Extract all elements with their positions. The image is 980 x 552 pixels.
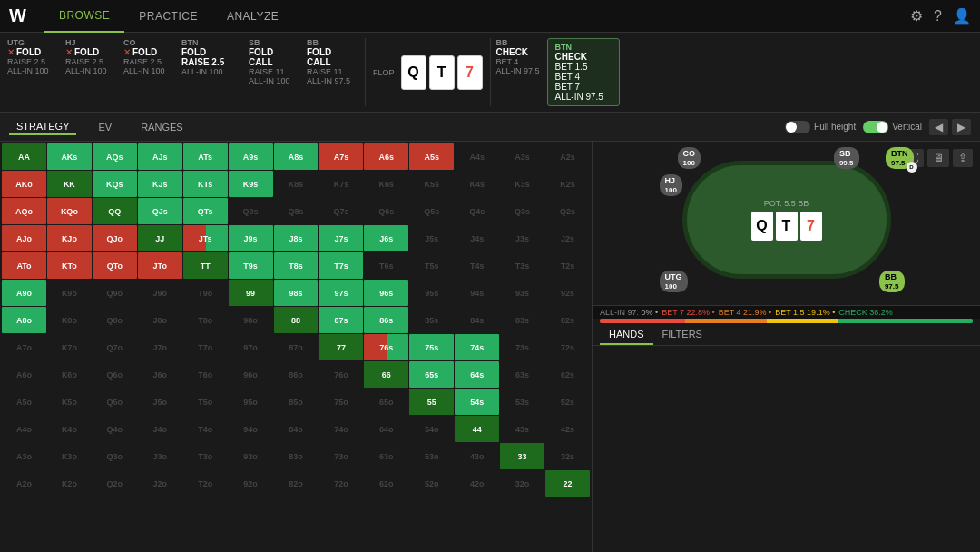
hand-cell[interactable]: AQs xyxy=(93,143,137,170)
hand-cell[interactable]: JTs xyxy=(183,225,228,251)
hand-cell[interactable]: K5o xyxy=(47,389,92,415)
hand-cell[interactable]: T5s xyxy=(409,252,454,279)
hand-cell[interactable]: 86s xyxy=(364,307,408,333)
hand-cell[interactable]: A7s xyxy=(318,143,363,170)
hand-cell[interactable]: Q3s xyxy=(500,198,544,224)
hand-cell[interactable]: 97o xyxy=(229,334,273,360)
hand-cell[interactable]: 84o xyxy=(274,416,318,442)
hand-cell[interactable]: 92o xyxy=(229,470,273,497)
hand-cell[interactable]: Q6o xyxy=(93,361,137,388)
hand-cell[interactable]: AJs xyxy=(138,143,182,170)
hand-cell[interactable]: 92s xyxy=(545,280,590,306)
hand-cell[interactable]: 76o xyxy=(318,361,363,388)
hand-cell[interactable]: JJ xyxy=(138,225,182,251)
hand-cell[interactable]: A8s xyxy=(274,143,318,170)
hand-cell[interactable]: QJo xyxy=(93,225,137,251)
hand-cell[interactable]: Q3o xyxy=(93,443,137,469)
hand-cell[interactable]: T7o xyxy=(183,334,228,360)
hand-cell[interactable]: Q4s xyxy=(455,198,499,224)
hand-cell[interactable]: J6o xyxy=(138,361,182,388)
hand-cell[interactable]: 87o xyxy=(274,334,318,360)
hand-cell[interactable]: K5s xyxy=(409,171,454,197)
hand-cell[interactable]: 93s xyxy=(500,280,544,306)
hand-cell[interactable]: 64s xyxy=(455,361,499,388)
hand-cell[interactable]: 82o xyxy=(274,470,318,497)
hand-cell[interactable]: J7o xyxy=(138,334,182,360)
hand-cell[interactable]: J3s xyxy=(500,225,544,251)
hand-cell[interactable]: 63o xyxy=(364,443,408,469)
help-icon[interactable]: ? xyxy=(934,8,942,25)
vertical-switch[interactable] xyxy=(863,121,888,133)
hand-cell[interactable]: 94s xyxy=(455,280,499,306)
hand-cell[interactable]: 43o xyxy=(455,443,499,469)
hand-cell[interactable]: 42o xyxy=(455,470,499,497)
hand-cell[interactable]: K9s xyxy=(229,171,273,197)
hand-cell[interactable]: Q2o xyxy=(93,470,137,497)
next-arrow[interactable]: ▶ xyxy=(952,119,971,135)
hand-cell[interactable]: 87s xyxy=(318,307,363,333)
hand-cell[interactable]: K7s xyxy=(318,171,363,197)
hand-cell[interactable]: A6o xyxy=(2,361,46,388)
hand-cell[interactable]: AKo xyxy=(2,171,46,197)
hand-cell[interactable]: Q9o xyxy=(93,280,137,306)
hand-cell[interactable]: KJs xyxy=(138,171,182,197)
hand-cell[interactable]: 54o xyxy=(409,416,454,442)
tab-analyze[interactable]: ANALYZE xyxy=(212,0,293,33)
hand-cell[interactable]: T9o xyxy=(183,280,228,306)
hand-cell[interactable]: KJo xyxy=(47,225,92,251)
hand-cell[interactable]: KQs xyxy=(93,171,137,197)
hand-cell[interactable]: 84s xyxy=(455,307,499,333)
hand-cell[interactable]: KK xyxy=(47,171,92,197)
hand-cell[interactable]: 66 xyxy=(364,361,408,388)
settings-icon[interactable]: ⚙ xyxy=(910,7,923,25)
hand-cell[interactable]: T5o xyxy=(183,389,228,415)
hand-cell[interactable]: QTs xyxy=(183,198,228,224)
hand-cell[interactable]: T2s xyxy=(545,252,590,279)
hand-cell[interactable]: T4s xyxy=(455,252,499,279)
hand-cell[interactable]: T8s xyxy=(274,252,318,279)
hand-cell[interactable]: 99 xyxy=(229,280,273,306)
hand-cell[interactable]: K8s xyxy=(274,171,318,197)
hand-cell[interactable]: T8o xyxy=(183,307,228,333)
full-height-switch[interactable] xyxy=(785,121,810,133)
hand-cell[interactable]: A4s xyxy=(455,143,499,170)
monitor-btn[interactable]: 🖥 xyxy=(927,149,949,167)
hand-cell[interactable]: KTs xyxy=(183,171,228,197)
hand-cell[interactable]: 33 xyxy=(500,443,544,469)
hand-cell[interactable]: 55 xyxy=(409,389,454,415)
hand-cell[interactable]: 86o xyxy=(274,361,318,388)
hand-cell[interactable]: A7o xyxy=(2,334,46,360)
hand-cell[interactable]: 83s xyxy=(500,307,544,333)
hand-cell[interactable]: 73o xyxy=(318,443,363,469)
hand-cell[interactable]: J4o xyxy=(138,416,182,442)
hand-cell[interactable]: K2o xyxy=(47,470,92,497)
hand-cell[interactable]: J5o xyxy=(138,389,182,415)
hand-cell[interactable]: AKs xyxy=(47,143,92,170)
hand-cell[interactable]: 95o xyxy=(229,389,273,415)
hand-cell[interactable]: 82s xyxy=(545,307,590,333)
hand-cell[interactable]: J7s xyxy=(318,225,363,251)
hand-cell[interactable]: AJo xyxy=(2,225,46,251)
hand-cell[interactable]: 63s xyxy=(500,361,544,388)
hand-cell[interactable]: 32s xyxy=(545,443,590,469)
hand-cell[interactable]: T2o xyxy=(183,470,228,497)
hand-cell[interactable]: Q7s xyxy=(318,198,363,224)
hand-cell[interactable]: 96o xyxy=(229,361,273,388)
hand-cell[interactable]: K9o xyxy=(47,280,92,306)
hand-cell[interactable]: J6s xyxy=(364,225,408,251)
hand-cell[interactable]: Q6s xyxy=(364,198,408,224)
hand-cell[interactable]: QJs xyxy=(138,198,182,224)
hand-cell[interactable]: J9o xyxy=(138,280,182,306)
hand-cell[interactable]: K6o xyxy=(47,361,92,388)
hand-cell[interactable]: Q5o xyxy=(93,389,137,415)
hand-cell[interactable]: T4o xyxy=(183,416,228,442)
hand-cell[interactable]: QQ xyxy=(93,198,137,224)
hand-cell[interactable]: KQo xyxy=(47,198,92,224)
hand-cell[interactable]: A4o xyxy=(2,416,46,442)
hand-cell[interactable]: 75o xyxy=(318,389,363,415)
share-btn[interactable]: ⇪ xyxy=(953,149,973,167)
hand-cell[interactable]: 52s xyxy=(545,389,590,415)
hand-cell[interactable]: Q7o xyxy=(93,334,137,360)
hand-cell[interactable]: K2s xyxy=(545,171,590,197)
hand-cell[interactable]: Q8o xyxy=(93,307,137,333)
